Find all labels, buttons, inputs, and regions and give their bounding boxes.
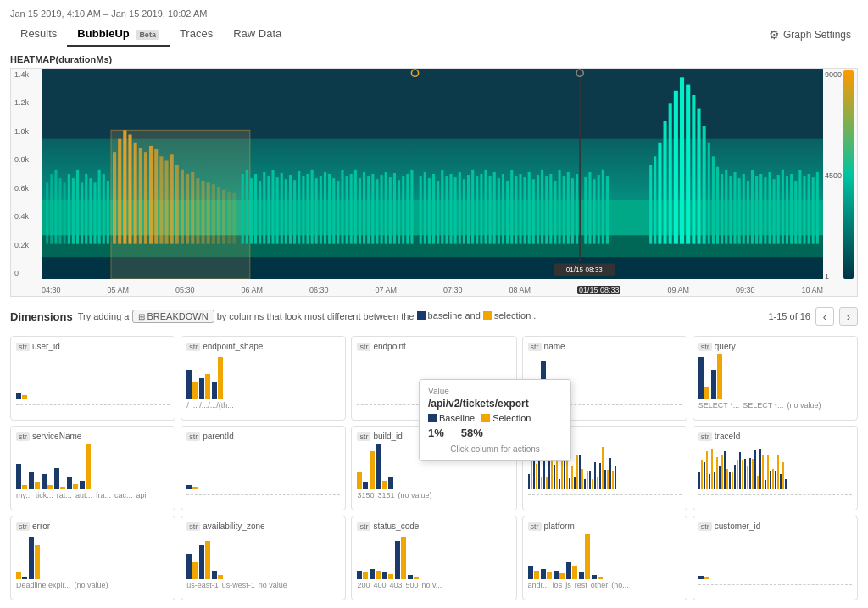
svg-rect-31 (164, 161, 168, 244)
tab-results[interactable]: Results (10, 22, 67, 47)
svg-rect-156 (755, 176, 758, 244)
svg-rect-8 (58, 178, 61, 244)
svg-rect-111 (506, 181, 509, 243)
card-type-icon: str (16, 343, 30, 351)
card-customer_id[interactable]: str customer_id (693, 516, 858, 600)
y-axis: 1.4k 1.2k 1.0k 0.8k 0.6k 0.4k 0.2k 0 (11, 69, 42, 279)
svg-rect-6 (50, 174, 53, 244)
svg-rect-24 (128, 135, 131, 244)
date-range: Jan 15 2019, 4:10 AM – Jan 15 2019, 10:0… (10, 5, 858, 22)
heatmap-title: HEATMAP(durationMs) (10, 54, 858, 64)
dimensions-section: Dimensions Try adding a ⊞ BREAKDOWN by c… (0, 300, 868, 332)
svg-rect-51 (267, 176, 270, 244)
card-serviceName[interactable]: str serviceName my...tick...rat...aut...… (10, 426, 175, 510)
svg-rect-93 (445, 176, 448, 244)
svg-rect-48 (254, 174, 257, 244)
svg-rect-138 (669, 103, 672, 243)
svg-rect-94 (449, 174, 452, 244)
svg-rect-112 (510, 170, 513, 244)
card-platform[interactable]: str platform andr...iosjsrestother(no... (522, 516, 687, 600)
cards-grid: str user_id str endpoint_shape / ... /..… (0, 332, 868, 604)
card-error[interactable]: str error Deadline expir...(no value) (10, 516, 175, 600)
svg-rect-9 (64, 182, 66, 243)
svg-rect-131 (598, 175, 600, 244)
card-query[interactable]: str query SELECT *...SELECT *...(no valu… (693, 336, 858, 421)
svg-rect-12 (76, 170, 79, 244)
svg-rect-59 (302, 176, 304, 244)
svg-rect-44 (232, 193, 236, 244)
svg-rect-145 (708, 143, 710, 244)
svg-rect-25 (134, 143, 137, 244)
svg-rect-5 (46, 182, 48, 243)
card-title-status_code: str status_code (357, 522, 510, 531)
svg-rect-122 (554, 181, 556, 243)
graph-settings-button[interactable]: ⚙ Graph Settings (769, 28, 858, 42)
svg-rect-168 (808, 174, 810, 244)
svg-rect-99 (471, 170, 474, 244)
svg-rect-40 (212, 184, 215, 243)
svg-rect-123 (559, 170, 561, 244)
svg-rect-66 (332, 178, 335, 244)
svg-rect-119 (541, 170, 543, 244)
tab-traces[interactable]: Traces (170, 22, 223, 47)
dimensions-header: Dimensions Try adding a ⊞ BREAKDOWN by c… (10, 307, 858, 326)
svg-rect-30 (159, 156, 163, 243)
baseline-legend (417, 311, 426, 320)
card-parentId[interactable]: str parentId (181, 426, 346, 510)
svg-rect-153 (743, 174, 745, 244)
card-status_code[interactable]: str status_code 200400403500no v... (351, 516, 516, 600)
card-type-icon: str (357, 522, 370, 531)
svg-rect-133 (606, 176, 609, 244)
svg-rect-88 (424, 172, 426, 244)
svg-rect-90 (432, 174, 435, 244)
svg-rect-61 (311, 170, 314, 244)
svg-rect-57 (293, 180, 296, 243)
tooltip-action[interactable]: Click column for actions (428, 444, 562, 454)
breakdown-button[interactable]: ⊞ BREAKDOWN (132, 310, 214, 323)
svg-rect-86 (410, 170, 413, 244)
next-page-button[interactable]: › (839, 307, 858, 326)
svg-rect-17 (98, 170, 101, 244)
card-title-query: str query (698, 342, 852, 351)
svg-rect-84 (402, 176, 404, 244)
svg-rect-137 (664, 121, 667, 244)
svg-rect-18 (103, 174, 105, 244)
svg-rect-80 (385, 172, 387, 244)
card-user_id[interactable]: str user_id (10, 336, 175, 421)
svg-rect-109 (498, 178, 500, 244)
svg-rect-62 (315, 178, 318, 244)
svg-rect-76 (367, 176, 370, 244)
card-availability_zone[interactable]: str availability_zone us-east-1us-west-1… (181, 516, 346, 600)
svg-rect-108 (493, 172, 496, 244)
svg-rect-21 (113, 152, 116, 244)
svg-rect-150 (729, 176, 732, 244)
svg-rect-136 (658, 143, 661, 244)
heatmap-svg[interactable]: 01/15 08:33 (42, 69, 823, 279)
card-traceId[interactable]: str traceId (693, 426, 858, 510)
card-type-icon: str (698, 522, 712, 531)
svg-rect-144 (703, 126, 706, 244)
svg-rect-126 (571, 178, 574, 244)
svg-rect-7 (54, 170, 57, 244)
card-endpoint[interactable]: str endpoint Value /api/v2/tickets/expor… (351, 336, 516, 421)
tab-bubbleup[interactable]: BubbleUp Beta (67, 22, 170, 47)
svg-rect-142 (692, 95, 695, 244)
svg-rect-32 (170, 154, 174, 243)
svg-rect-120 (545, 176, 548, 244)
card-title-customer_id: str customer_id (698, 522, 852, 531)
color-legend-bar (843, 70, 854, 279)
svg-rect-114 (519, 174, 521, 244)
svg-rect-23 (123, 130, 126, 243)
svg-rect-124 (563, 176, 565, 244)
prev-page-button[interactable]: ‹ (815, 307, 834, 326)
svg-rect-69 (346, 176, 348, 244)
heatmap-container[interactable]: 1.4k 1.2k 1.0k 0.8k 0.6k 0.4k 0.2k 0 (10, 68, 858, 297)
svg-rect-146 (712, 156, 715, 243)
card-endpoint_shape[interactable]: str endpoint_shape / ... /.../.../(th... (181, 336, 346, 421)
svg-rect-83 (398, 180, 400, 243)
svg-rect-19 (107, 181, 109, 243)
svg-rect-98 (467, 175, 470, 244)
svg-rect-154 (747, 181, 749, 243)
svg-rect-139 (674, 91, 678, 244)
tab-rawdata[interactable]: Raw Data (223, 22, 292, 47)
